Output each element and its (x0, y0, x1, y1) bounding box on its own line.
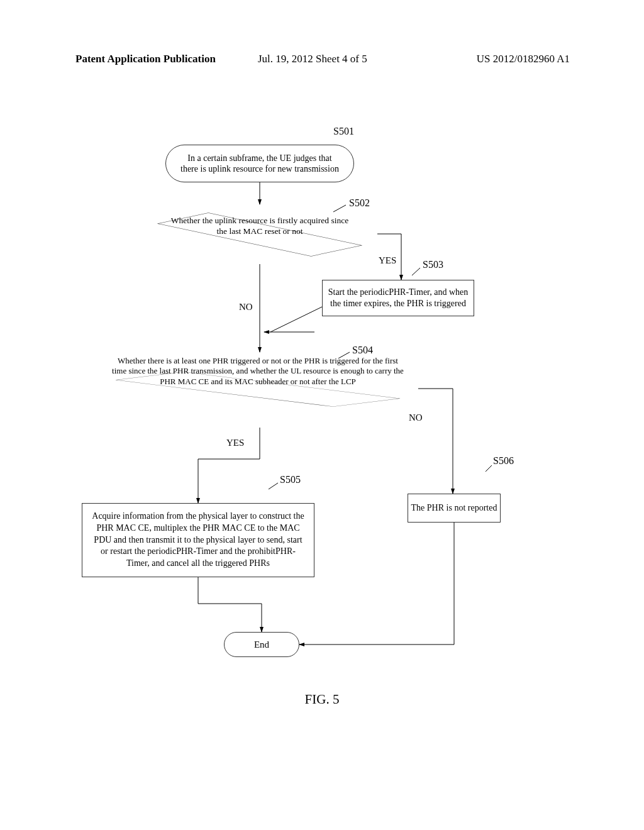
node-end-terminator: End (224, 632, 299, 657)
svg-line-17 (486, 465, 492, 472)
s503-text: Start the periodicPHR-Timer, and when th… (326, 287, 470, 309)
label-no-2: NO (409, 412, 423, 423)
decision-s504: Whether there is at least one PHR trigge… (74, 351, 441, 428)
s506-text: The PHR is not reported (411, 502, 497, 514)
process-s503: Start the periodicPHR-Timer, and when th… (322, 280, 474, 316)
svg-line-7 (270, 307, 322, 332)
label-s506: S506 (493, 455, 514, 467)
label-no-1: NO (239, 302, 253, 313)
node-start-terminator: In a certain subframe, the UE judges tha… (165, 145, 354, 182)
s505-text: Acquire information from the physical la… (90, 511, 306, 570)
label-s505: S505 (280, 474, 301, 485)
d2-text: Whether there is at least one PHR trigge… (74, 351, 441, 387)
svg-line-5 (412, 268, 420, 275)
end-text: End (254, 639, 269, 650)
label-yes-1: YES (379, 255, 396, 266)
label-yes-2: YES (226, 438, 244, 448)
start-text: In a certain subframe, the UE judges tha… (179, 153, 341, 175)
decision-s502: Whether the uplink resource is firstly a… (119, 204, 400, 264)
header-center: Jul. 19, 2012 Sheet 4 of 5 (258, 53, 367, 65)
header-left: Patent Application Publication (75, 53, 216, 65)
d1-text: Whether the uplink resource is firstly a… (119, 204, 400, 237)
header-right: US 2012/0182960 A1 (477, 53, 570, 65)
label-s503: S503 (423, 259, 443, 270)
svg-line-14 (269, 483, 278, 489)
process-s505: Acquire information from the physical la… (82, 503, 314, 577)
label-s501: S501 (333, 126, 354, 137)
process-s506: The PHR is not reported (408, 494, 501, 523)
figure-caption: FIG. 5 (0, 692, 644, 707)
